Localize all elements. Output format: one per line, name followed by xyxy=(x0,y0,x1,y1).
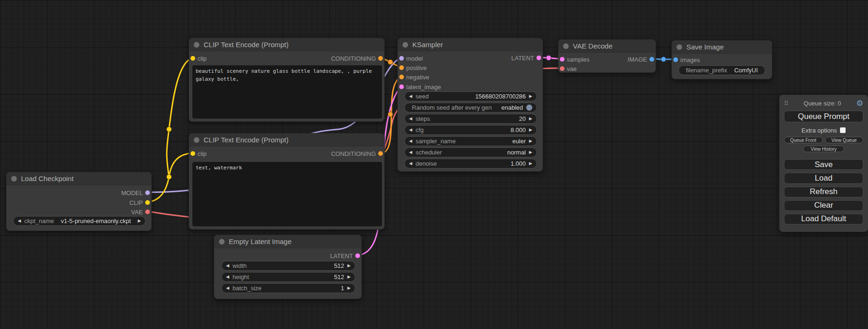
prompt-textarea[interactable]: beautiful scenery nature glass bottle la… xyxy=(192,65,382,119)
prompt-textarea[interactable]: text, watermark xyxy=(192,162,382,226)
node-load-checkpoint[interactable]: Load Checkpoint MODEL CLIP VAE ◀ ckpt_na… xyxy=(6,172,152,231)
queue-prompt-button[interactable]: Queue Prompt xyxy=(784,111,863,122)
arrow-right-icon[interactable]: ▶ xyxy=(529,117,532,121)
input-positive[interactable]: positive xyxy=(398,63,427,72)
latent-port-icon[interactable] xyxy=(536,56,541,60)
input-vae[interactable]: vae xyxy=(558,64,577,73)
input-model[interactable]: model xyxy=(398,54,423,63)
widget-denoise[interactable]: ◀ denoise 1.000 ▶ xyxy=(404,159,537,168)
arrow-right-icon[interactable]: ▶ xyxy=(347,275,351,279)
clip-port-icon[interactable] xyxy=(145,200,150,205)
clear-button[interactable]: Clear xyxy=(784,200,863,211)
clip-encode-title-bar[interactable]: CLIP Text Encode (Prompt) xyxy=(189,38,384,51)
extra-options-checkbox[interactable] xyxy=(840,127,846,133)
toggle-indicator[interactable] xyxy=(526,105,532,111)
conditioning-port-icon[interactable] xyxy=(378,56,383,61)
load-button[interactable]: Load xyxy=(784,173,863,183)
arrow-left-icon[interactable]: ◀ xyxy=(226,264,229,268)
widget-seed[interactable]: ◀ seed 156680208700286 ▶ xyxy=(404,91,537,101)
node-clip-text-encode-negative[interactable]: CLIP Text Encode (Prompt) clip CONDITION… xyxy=(189,133,385,230)
arrow-left-icon[interactable]: ◀ xyxy=(18,219,21,223)
node-vae-decode[interactable]: VAE Decode samples vae IMAGE xyxy=(558,39,656,73)
conditioning-port-icon[interactable] xyxy=(399,65,404,70)
node-empty-latent-image[interactable]: Empty Latent Image LATENT ◀ width 512 ▶ … xyxy=(214,235,362,299)
arrow-left-icon[interactable]: ◀ xyxy=(226,286,229,290)
arrow-left-icon[interactable]: ◀ xyxy=(409,128,412,132)
save-image-title-bar[interactable]: Save Image xyxy=(672,41,772,54)
image-port-icon[interactable] xyxy=(673,57,678,62)
node-ksampler[interactable]: KSampler model positive negative latent_… xyxy=(397,38,543,172)
arrow-right-icon[interactable]: ▶ xyxy=(347,286,351,290)
widget-height[interactable]: ◀ height 512 ▶ xyxy=(221,272,355,282)
widget-ckpt-name[interactable]: ◀ ckpt_name v1-5-pruned-emaonly.ckpt ▶ xyxy=(13,216,146,226)
widget-steps[interactable]: ◀ steps 20 ▶ xyxy=(404,114,537,124)
clip-port-icon[interactable] xyxy=(191,151,195,156)
drag-handle-icon[interactable]: ⠿ xyxy=(784,100,789,106)
output-vae[interactable]: VAE xyxy=(131,207,151,217)
load-default-button[interactable]: Load Default xyxy=(784,214,863,224)
input-images[interactable]: images xyxy=(672,55,700,64)
arrow-right-icon[interactable]: ▶ xyxy=(529,139,532,143)
view-history-button[interactable]: View History xyxy=(803,146,844,152)
model-port-icon[interactable] xyxy=(399,56,404,61)
arrow-left-icon[interactable]: ◀ xyxy=(226,275,229,279)
collapse-dot[interactable] xyxy=(677,44,682,50)
input-latent-image[interactable]: latent_image xyxy=(398,82,441,91)
output-latent[interactable]: LATENT xyxy=(330,251,361,260)
widget-scheduler[interactable]: ◀ scheduler normal ▶ xyxy=(404,147,537,157)
widget-random-seed[interactable]: Random seed after every gen enabled xyxy=(404,103,537,112)
input-clip[interactable]: clip xyxy=(189,54,207,63)
widget-cfg[interactable]: ◀ cfg 8.000 ▶ xyxy=(404,125,537,135)
output-image[interactable]: IMAGE xyxy=(628,55,656,64)
arrow-left-icon[interactable]: ◀ xyxy=(409,161,412,166)
collapse-dot[interactable] xyxy=(219,239,225,245)
arrow-right-icon[interactable]: ▶ xyxy=(347,264,351,268)
queue-panel[interactable]: ⠿ Queue size: 0 ⚙ Queue Prompt Extra opt… xyxy=(779,95,868,232)
output-model[interactable]: MODEL xyxy=(121,188,151,197)
arrow-left-icon[interactable]: ◀ xyxy=(409,117,412,121)
collapse-dot[interactable] xyxy=(563,43,569,49)
arrow-right-icon[interactable]: ▶ xyxy=(529,94,532,98)
latent-port-icon[interactable] xyxy=(355,253,360,258)
output-conditioning[interactable]: CONDITIONING xyxy=(331,54,384,63)
graph-canvas[interactable]: Load Checkpoint MODEL CLIP VAE ◀ ckpt_na… xyxy=(0,0,868,329)
output-conditioning[interactable]: CONDITIONING xyxy=(331,149,384,158)
ksampler-title-bar[interactable]: KSampler xyxy=(398,38,543,51)
save-button[interactable]: Save xyxy=(784,159,863,170)
view-queue-button[interactable]: View Queue xyxy=(825,137,864,143)
widget-width[interactable]: ◀ width 512 ▶ xyxy=(221,261,355,271)
collapse-dot[interactable] xyxy=(11,176,17,182)
conditioning-port-icon[interactable] xyxy=(399,75,404,79)
arrow-left-icon[interactable]: ◀ xyxy=(409,94,412,98)
conditioning-port-icon[interactable] xyxy=(378,151,383,156)
gear-icon[interactable]: ⚙ xyxy=(856,99,863,107)
arrow-left-icon[interactable]: ◀ xyxy=(409,139,412,143)
input-samples[interactable]: samples xyxy=(558,55,589,64)
arrow-left-icon[interactable]: ◀ xyxy=(409,150,412,154)
input-clip[interactable]: clip xyxy=(189,149,207,158)
latent-port-icon[interactable] xyxy=(560,57,565,62)
clip-port-icon[interactable] xyxy=(191,56,195,61)
arrow-right-icon[interactable]: ▶ xyxy=(529,128,532,132)
arrow-right-icon[interactable]: ▶ xyxy=(138,219,141,223)
widget-sampler-name[interactable]: ◀ sampler_name euler ▶ xyxy=(404,136,537,146)
output-clip[interactable]: CLIP xyxy=(129,198,151,207)
widget-batch-size[interactable]: ◀ batch_size 1 ▶ xyxy=(221,283,355,293)
queue-front-button[interactable]: Queue Front xyxy=(784,137,823,143)
refresh-button[interactable]: Refresh xyxy=(784,187,863,197)
latent-port-icon[interactable] xyxy=(399,84,404,89)
collapse-dot[interactable] xyxy=(194,137,199,143)
empty-latent-title-bar[interactable]: Empty Latent Image xyxy=(214,235,361,248)
collapse-dot[interactable] xyxy=(194,42,199,48)
clip-encode-title-bar[interactable]: CLIP Text Encode (Prompt) xyxy=(189,133,384,147)
vae-port-icon[interactable] xyxy=(145,210,150,214)
node-save-image[interactable]: Save Image images filename_prefix ComfyU… xyxy=(671,40,772,79)
image-port-icon[interactable] xyxy=(649,57,654,62)
model-port-icon[interactable] xyxy=(145,190,150,195)
widget-filename-prefix[interactable]: filename_prefix ComfyUI xyxy=(678,65,765,75)
arrow-right-icon[interactable]: ▶ xyxy=(529,150,532,154)
input-negative[interactable]: negative xyxy=(398,72,429,82)
vae-decode-title-bar[interactable]: VAE Decode xyxy=(558,40,656,53)
collapse-dot[interactable] xyxy=(402,42,408,48)
node-clip-text-encode-positive[interactable]: CLIP Text Encode (Prompt) clip CONDITION… xyxy=(189,38,385,122)
